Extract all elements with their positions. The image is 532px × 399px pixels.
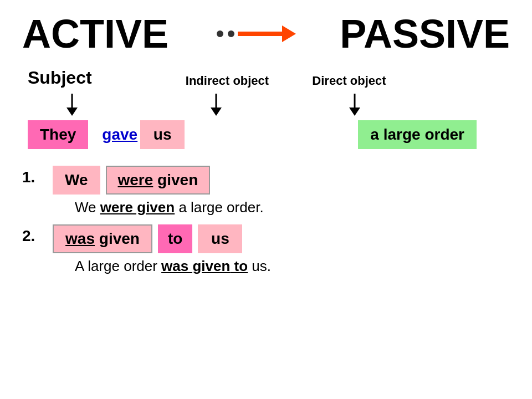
svg-marker-9 (349, 108, 360, 116)
arrow-active-passive (210, 20, 299, 48)
labels-row: Subject Indirect object Direct object (22, 68, 510, 88)
arrow-down-direct (346, 94, 363, 116)
box-us: us (140, 120, 185, 149)
sentence2-number: 2. (22, 224, 53, 245)
sentence1-prefix: We (75, 199, 100, 216)
box-we: We (53, 166, 100, 195)
sentence2-section: 2. was given to us A large order was giv… (22, 224, 510, 275)
sentence1-content: We were given We were given a large orde… (53, 166, 510, 216)
sentence2-suffix: us. (248, 258, 271, 274)
word-given2: given (95, 230, 140, 247)
word-gave: gave (102, 126, 137, 144)
sentence1-were-given: were given (100, 199, 175, 216)
sentence1-section: 1. We were given We were given a large o… (22, 166, 510, 216)
box-was-given: was given (53, 224, 152, 253)
box-us2: us (198, 224, 242, 253)
box-to: to (158, 224, 192, 253)
label-indirect-object: Indirect object (161, 74, 294, 88)
svg-marker-5 (66, 108, 78, 116)
sentence1-boxes-row: We were given (53, 166, 510, 195)
sentence1-suffix: a large order. (175, 199, 263, 216)
arrow-down-subject (64, 94, 80, 116)
box-a-large-order: a large order (358, 120, 477, 149)
word-given: given (153, 171, 198, 188)
svg-point-0 (217, 30, 223, 37)
sentence2-boxes-row: was given to us (53, 224, 510, 253)
sentence1-number: 1. (22, 166, 53, 186)
svg-marker-7 (211, 108, 222, 116)
box-they: They (28, 120, 88, 149)
label-subject: Subject (28, 68, 127, 88)
sentence2-was-given: was given (161, 258, 230, 274)
word-was: was (65, 230, 95, 247)
word-were: were (118, 171, 154, 188)
sentence2-prefix: A large order (75, 258, 161, 274)
boxes-row: They gave us a large order (22, 120, 510, 149)
svg-marker-3 (282, 25, 296, 42)
arrows-down-row (22, 94, 510, 116)
title-active: ACTIVE (22, 11, 168, 57)
title-passive: PASSIVE (340, 11, 510, 57)
sentence2-content: was given to us A large order was given … (53, 224, 510, 275)
sentence1-full: We were given a large order. (75, 199, 510, 216)
svg-point-1 (228, 30, 234, 37)
box-were-given: were given (106, 166, 211, 195)
header-row: ACTIVE PASSIVE (22, 11, 510, 57)
arrow-down-indirect (208, 94, 224, 116)
sentence2-to: to (230, 258, 248, 274)
sentence2-full: A large order was given to us. (75, 258, 510, 275)
label-direct-object: Direct object (294, 74, 405, 88)
